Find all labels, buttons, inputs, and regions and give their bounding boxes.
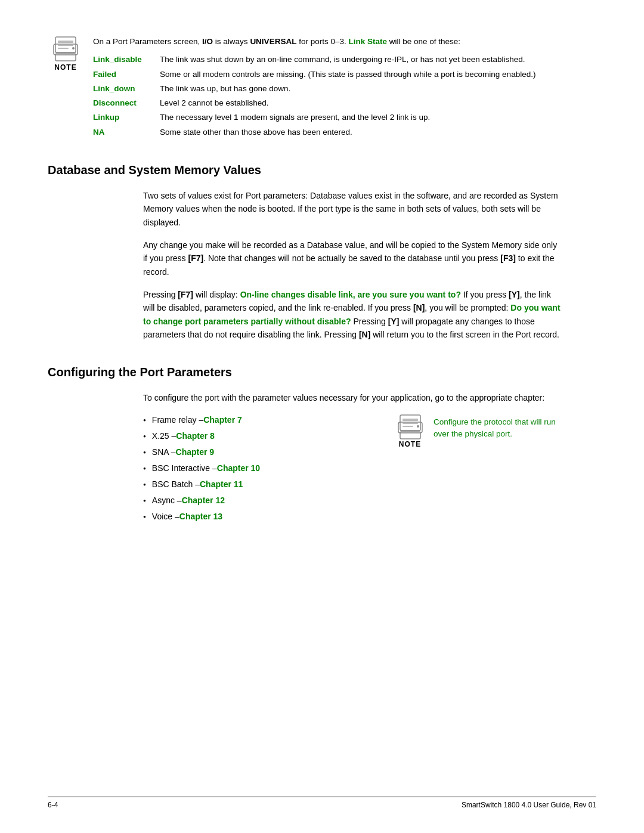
chapter-list: Frame relay – Chapter 7 X.25 – Chapter 8…	[143, 414, 376, 527]
db-paragraph-1: Two sets of values exist for Port parame…	[143, 189, 561, 229]
footer-doc-title: SmartSwitch 1800 4.0 User Guide, Rev 01	[462, 801, 596, 809]
list-item-voice: Voice – Chapter 13	[143, 510, 376, 523]
change-port-text: Do you want to change port parameters pa…	[143, 303, 561, 326]
table-row: Link_disable The link was shut down by a…	[93, 52, 596, 67]
list-item-label: X.25 –	[152, 430, 176, 442]
table-row: Link_down The link was up, but has gone …	[93, 82, 596, 96]
config-note-icon-container: NOTE	[394, 414, 426, 448]
note-text-part4: will be one of these:	[387, 37, 460, 46]
top-note-label: NOTE	[54, 63, 76, 72]
note-states-table: Link_disable The link was shut down by a…	[93, 52, 596, 140]
key-f7-p2: [F7]	[188, 253, 203, 263]
term-link-down: Link_down	[93, 82, 160, 96]
svg-point-6	[72, 47, 75, 49]
list-item-label: Frame relay –	[152, 414, 203, 426]
term-link-disable: Link_disable	[93, 52, 160, 67]
table-row: Linkup The necessary level 1 modem signa…	[93, 110, 596, 125]
chapter-12-link[interactable]: Chapter 12	[182, 494, 225, 507]
svg-rect-9	[402, 419, 418, 421]
list-item-x25: X.25 – Chapter 8	[143, 430, 376, 442]
chapter-13-link[interactable]: Chapter 13	[179, 510, 222, 523]
list-item-label: BSC Batch –	[152, 478, 200, 491]
def-linkup: The necessary level 1 modem signals are …	[160, 110, 596, 125]
svg-rect-1	[58, 41, 73, 43]
chapter-7-link[interactable]: Chapter 7	[203, 414, 242, 426]
config-intro: To configure the port with the parameter…	[143, 391, 561, 404]
note-text-part1: On a Port Parameters screen,	[93, 37, 202, 46]
def-na: Some state other than those above has be…	[160, 125, 596, 140]
footer: 6-4 SmartSwitch 1800 4.0 User Guide, Rev…	[48, 797, 596, 809]
list-item-bsc-interactive: BSC Interactive – Chapter 10	[143, 462, 376, 475]
svg-point-14	[417, 425, 419, 428]
term-failed: Failed	[93, 67, 160, 82]
database-section: Database and System Memory Values Two se…	[48, 163, 596, 342]
key-f3: [F3]	[500, 253, 516, 263]
top-note-icon-container: NOTE	[48, 36, 83, 140]
note-text-part2: is always	[213, 37, 250, 46]
term-disconnect: Disconnect	[93, 96, 160, 110]
def-failed: Some or all modem controls are missing. …	[160, 67, 596, 82]
db-paragraph-3: Pressing [F7] will display: On-line chan…	[143, 288, 561, 342]
chapter-11-link[interactable]: Chapter 11	[200, 478, 243, 491]
top-note-first-line: On a Port Parameters screen, I/O is alwa…	[93, 36, 596, 48]
chapter-8-link[interactable]: Chapter 8	[176, 430, 215, 442]
key-y1: [Y]	[509, 290, 520, 299]
term-na: NA	[93, 125, 160, 140]
list-item-label: BSC Interactive –	[152, 462, 217, 475]
config-layout: Frame relay – Chapter 7 X.25 – Chapter 8…	[143, 414, 561, 527]
key-f7-p3: [F7]	[178, 290, 193, 299]
config-note-icon	[395, 414, 425, 440]
top-note-block: NOTE On a Port Parameters screen, I/O is…	[48, 36, 596, 140]
list-item-async: Async – Chapter 12	[143, 494, 376, 507]
list-item-bsc-batch: BSC Batch – Chapter 11	[143, 478, 376, 491]
def-link-down: The link was up, but has gone down.	[160, 82, 596, 96]
svg-rect-11	[402, 426, 413, 427]
table-row: Failed Some or all modem controls are mi…	[93, 67, 596, 82]
svg-rect-3	[58, 48, 69, 49]
note-link-state-link[interactable]: Link State	[348, 37, 387, 46]
page: NOTE On a Port Parameters screen, I/O is…	[0, 0, 644, 833]
def-disconnect: Level 2 cannot be established.	[160, 96, 596, 110]
list-item-label: Voice –	[152, 510, 179, 523]
term-linkup: Linkup	[93, 110, 160, 125]
list-item-frame-relay: Frame relay – Chapter 7	[143, 414, 376, 426]
database-heading: Database and System Memory Values	[48, 163, 596, 177]
config-note-label: NOTE	[399, 440, 421, 448]
list-item-sna: SNA – Chapter 9	[143, 446, 376, 459]
footer-page-number: 6-4	[48, 801, 58, 809]
note-icon	[51, 36, 80, 62]
config-heading: Configuring the Port Parameters	[48, 366, 596, 379]
chapter-10-link[interactable]: Chapter 10	[217, 462, 260, 475]
svg-rect-10	[402, 423, 418, 424]
key-n2: [N]	[359, 330, 370, 339]
table-row: NA Some state other than those above has…	[93, 125, 596, 140]
config-note-aside: NOTE Configure the protocol that will ru…	[394, 414, 561, 527]
config-note-text: Configure the protocol that will run ove…	[434, 414, 561, 441]
list-item-label: Async –	[152, 494, 182, 507]
note-text-part3: for ports 0–3.	[296, 37, 348, 46]
table-row: Disconnect Level 2 cannot be established…	[93, 96, 596, 110]
online-changes-text: On-line changes disable link, are you su…	[240, 290, 461, 299]
key-y2: [Y]	[388, 317, 400, 326]
config-section: Configuring the Port Parameters To confi…	[48, 366, 596, 527]
def-link-disable: The link was shut down by an on-line com…	[160, 52, 596, 67]
db-paragraph-2: Any change you make will be recorded as …	[143, 239, 561, 278]
list-item-label: SNA –	[152, 446, 176, 459]
svg-rect-2	[58, 45, 73, 46]
key-n1: [N]	[413, 303, 425, 312]
note-universal-bold: UNIVERSAL	[250, 37, 296, 46]
chapter-9-link[interactable]: Chapter 9	[176, 446, 215, 459]
note-io-bold: I/O	[202, 37, 213, 46]
top-note-content: On a Port Parameters screen, I/O is alwa…	[93, 36, 596, 140]
